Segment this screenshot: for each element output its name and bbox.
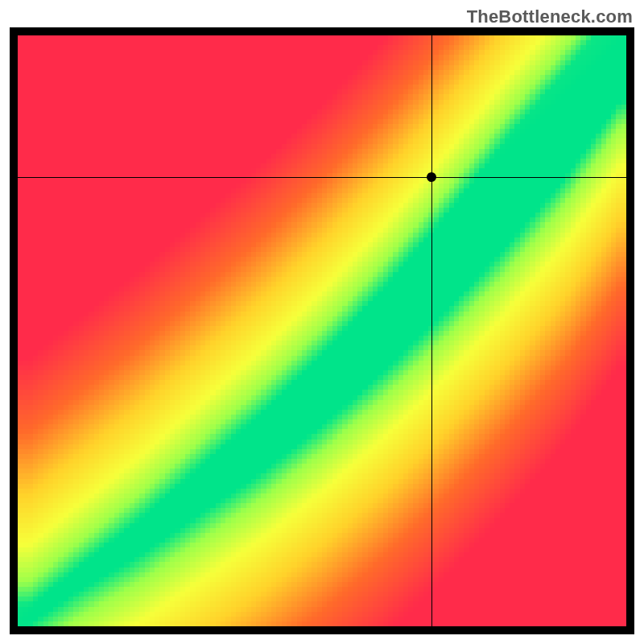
heatmap-canvas bbox=[18, 35, 626, 626]
crosshair-vertical bbox=[431, 35, 432, 626]
heatmap-plot bbox=[18, 35, 626, 626]
crosshair-horizontal bbox=[18, 177, 626, 178]
watermark-text: TheBottleneck.com bbox=[467, 6, 633, 27]
plot-frame bbox=[10, 27, 634, 634]
